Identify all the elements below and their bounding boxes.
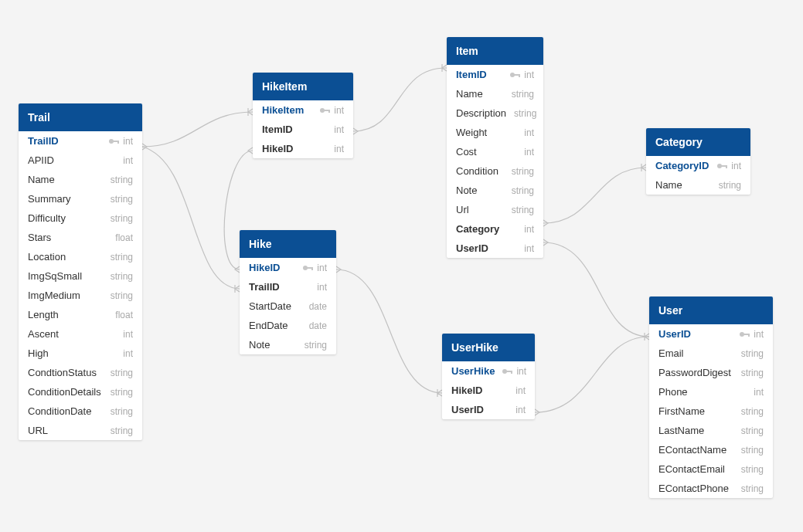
field-type: string	[741, 483, 764, 494]
field-row[interactable]: UserHike int	[442, 361, 535, 381]
key-icon	[510, 71, 521, 79]
field-row[interactable]: Namestring	[646, 175, 750, 195]
field-row[interactable]: APIIDint	[19, 151, 142, 170]
field-type: string	[741, 445, 764, 456]
field-row[interactable]: HikeID int	[240, 258, 336, 277]
field-row[interactable]: Lengthfloat	[19, 305, 142, 324]
field-row[interactable]: Ascentint	[19, 324, 142, 344]
field-type: string	[741, 464, 764, 475]
svg-rect-5	[328, 110, 330, 113]
entity-trail[interactable]: TrailTrailID intAPIIDintNamestringSummar…	[19, 103, 142, 440]
field-row[interactable]: CategoryID int	[646, 156, 750, 175]
field-name: ImgMedium	[28, 290, 80, 301]
entity-category[interactable]: CategoryCategoryID intNamestring	[646, 128, 750, 195]
field-row[interactable]: StartDatedate	[240, 296, 336, 316]
field-row[interactable]: Urlstring	[447, 200, 543, 219]
field-row[interactable]: TrailID int	[19, 131, 142, 151]
entity-header[interactable]: Hike	[240, 230, 336, 258]
entity-hike[interactable]: HikeHikeID intTrailIDintStartDatedateEnd…	[240, 230, 336, 354]
field-name: EndDate	[249, 320, 288, 331]
field-row[interactable]: CondtionStatusstring	[19, 363, 142, 382]
key-icon	[109, 137, 120, 145]
entity-item[interactable]: ItemItemID intNamestringDescriptionstrin…	[447, 37, 543, 258]
field-type: string	[111, 406, 133, 417]
field-row[interactable]: URLstring	[19, 421, 142, 440]
field-name: Description	[456, 107, 506, 119]
field-row[interactable]: Namestring	[19, 170, 142, 189]
field-type: string	[741, 406, 764, 417]
field-row[interactable]: TrailIDint	[240, 277, 336, 296]
field-row[interactable]: ConditionDatestring	[19, 402, 142, 421]
field-row[interactable]: Weightint	[447, 123, 543, 142]
field-type: int	[515, 385, 526, 396]
field-row[interactable]: Notestring	[447, 181, 543, 200]
entity-header[interactable]: HikeItem	[253, 73, 353, 100]
field-name: EContactName	[658, 444, 726, 456]
field-name: ConditionDetails	[28, 386, 101, 398]
field-row[interactable]: Conditionstring	[447, 161, 543, 181]
field-name: Note	[249, 339, 270, 351]
field-type: string	[741, 348, 764, 359]
key-icon	[740, 330, 750, 338]
svg-rect-17	[726, 165, 727, 168]
field-type: date	[309, 320, 327, 331]
field-row[interactable]: EndDatedate	[240, 316, 336, 335]
field-type: int	[524, 224, 534, 235]
field-row[interactable]: Categoryint	[447, 219, 543, 239]
field-row[interactable]: ImgSqSmallstring	[19, 266, 142, 286]
field-row[interactable]: EContactNamestring	[649, 440, 773, 459]
field-type: int	[510, 69, 534, 80]
field-type: int	[320, 105, 344, 116]
field-type: int	[524, 243, 534, 254]
field-row[interactable]: UserIDint	[447, 239, 543, 258]
field-row[interactable]: UserID int	[649, 324, 773, 344]
field-name: Name	[456, 88, 483, 100]
field-type: int	[740, 329, 764, 340]
field-type: int	[524, 127, 534, 138]
field-row[interactable]: HikeItem int	[253, 100, 353, 120]
field-row[interactable]: ItemIDint	[253, 120, 353, 139]
field-name: Name	[28, 174, 55, 185]
entity-header[interactable]: User	[649, 296, 773, 324]
field-row[interactable]: Summarystring	[19, 189, 142, 208]
field-row[interactable]: Descriptionstring	[447, 103, 543, 123]
field-name: ImgSqSmall	[28, 270, 82, 282]
field-row[interactable]: EContactPhonestring	[649, 479, 773, 498]
field-type: int	[334, 124, 344, 135]
field-row[interactable]: FirstNamestring	[649, 402, 773, 421]
entity-header[interactable]: Category	[646, 128, 750, 156]
field-row[interactable]: Emailstring	[649, 344, 773, 363]
field-row[interactable]: HikeIDint	[442, 381, 535, 400]
field-name: CondtionStatus	[28, 367, 97, 378]
field-row[interactable]: Phoneint	[649, 382, 773, 402]
field-row[interactable]: PasswordDigeststring	[649, 363, 773, 382]
field-name: EContactPhone	[658, 483, 729, 494]
field-row[interactable]: HikeIDint	[253, 139, 353, 158]
field-row[interactable]: Namestring	[447, 84, 543, 103]
field-type: string	[111, 252, 133, 263]
field-row[interactable]: Locationstring	[19, 247, 142, 266]
field-row[interactable]: ItemID int	[447, 65, 543, 84]
field-row[interactable]: Highint	[19, 344, 142, 363]
field-row[interactable]: ConditionDetailsstring	[19, 382, 142, 402]
key-icon	[303, 264, 314, 272]
entity-header[interactable]: Item	[447, 37, 543, 65]
field-type: int	[754, 387, 764, 398]
field-row[interactable]: LastNamestring	[649, 421, 773, 440]
entity-hikeitem[interactable]: HikeItemHikeItem intItemIDintHikeIDint	[253, 73, 353, 158]
entity-header[interactable]: Trail	[19, 103, 142, 131]
entity-user[interactable]: UserUserID intEmailstringPasswordDigests…	[649, 296, 773, 498]
field-name: High	[28, 347, 49, 359]
field-name: HikeID	[451, 385, 482, 396]
field-row[interactable]: ImgMediumstring	[19, 286, 142, 305]
field-row[interactable]: Notestring	[240, 335, 336, 354]
field-row[interactable]: UserIDint	[442, 400, 535, 419]
field-row[interactable]: EContactEmailstring	[649, 459, 773, 479]
field-type: int	[502, 366, 526, 377]
entity-userhike[interactable]: UserHikeUserHike intHikeIDintUserIDint	[442, 334, 535, 419]
field-type: int	[317, 282, 327, 293]
field-row[interactable]: Costint	[447, 142, 543, 161]
field-row[interactable]: Difficultystring	[19, 208, 142, 228]
field-row[interactable]: Starsfloat	[19, 228, 142, 247]
entity-header[interactable]: UserHike	[442, 334, 535, 361]
